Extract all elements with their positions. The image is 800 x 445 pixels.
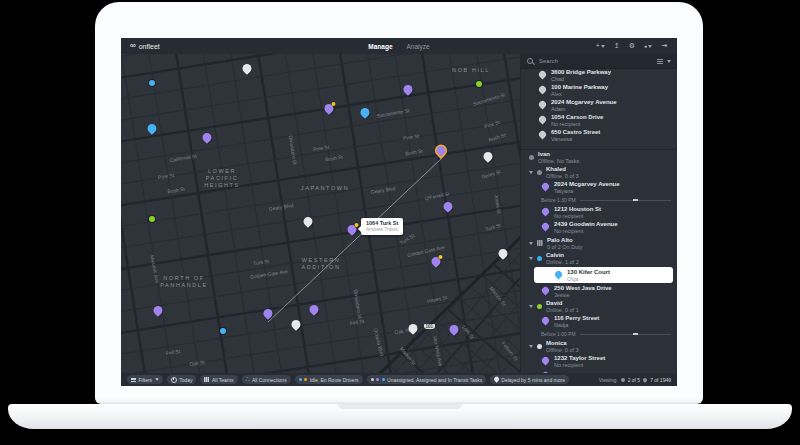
row-subtitle: No recipient	[554, 228, 618, 234]
map-pin-white[interactable]	[497, 249, 510, 262]
task-row[interactable]: 116 Perry StreetNadja	[521, 314, 677, 329]
expand-caret-icon[interactable]	[529, 242, 533, 245]
map-pin-purple[interactable]	[442, 202, 455, 215]
expand-caret-icon[interactable]	[529, 171, 533, 174]
chevron-down-icon[interactable]	[667, 60, 671, 63]
row-title: 2024 Mcgarvey Avenue	[554, 181, 620, 188]
row-subtitle: Offline, 0 of 3	[546, 347, 579, 353]
task-row[interactable]: 3600 Bridge ParkwayChad	[521, 68, 677, 83]
driver-row[interactable]: CalvinOnline, 1 of 2	[521, 251, 677, 266]
share-icon: ∴	[246, 377, 250, 382]
legend-dot	[382, 378, 385, 381]
map-pin-purple[interactable]	[402, 85, 415, 98]
pin-shape	[448, 323, 461, 336]
driver-row[interactable]: DavidOnline, 0 of 1	[521, 299, 677, 314]
time-divider-label: Before 1:00 PM	[541, 331, 576, 337]
task-pin-icon	[538, 85, 548, 95]
task-row[interactable]: 1232 Taylor StreetNo recipient	[521, 354, 677, 369]
driver-status-dot	[537, 344, 542, 349]
task-pin-icon	[554, 269, 564, 279]
map-dot-blue[interactable]	[149, 80, 155, 86]
task-row[interactable]: 2024 Mcgarvey AvenueTatyana	[521, 180, 677, 195]
filters-chip[interactable]: Filters	[127, 375, 163, 384]
map[interactable]: 101 1064 Turk St Andrew Travis NOB HILLL…	[121, 54, 520, 373]
time-divider-label: Before 1:30 PM	[541, 197, 576, 203]
row-text: 2024 Mcgarvey AvenueAdam	[551, 99, 617, 112]
pin-shape	[152, 304, 165, 317]
driver-row[interactable]: IvanOffline, No Tasks	[521, 150, 677, 165]
row-title: 2024 Mcgarvey Avenue	[551, 99, 617, 106]
expand-caret-icon[interactable]	[529, 305, 533, 308]
row-title: 650 Castro Street	[551, 129, 600, 136]
row-subtitle: 0 of 2 On Duty	[547, 244, 582, 250]
driver-row[interactable]: MonicaOffline, 0 of 3	[521, 339, 677, 354]
row-subtitle: Alex	[551, 91, 608, 97]
connections-filter-chip[interactable]: ∴All Connections	[242, 375, 291, 384]
task-row[interactable]: 650 Castro StreetVanessa	[521, 128, 677, 143]
pin-badge	[332, 102, 336, 106]
date-filter-chip[interactable]: Today	[167, 375, 197, 384]
driver-status-legend-chip[interactable]: Idle, En Route Drivers	[295, 375, 363, 384]
map-pin-purple[interactable]	[308, 305, 321, 318]
search-input[interactable]	[537, 57, 653, 65]
row-subtitle: Offline, No Tasks	[538, 158, 579, 164]
filter-chips: FiltersTodayAll Teams∴All ConnectionsIdl…	[127, 375, 569, 384]
map-pin-purple[interactable]	[435, 146, 448, 159]
task-row[interactable]: 2024 Mcgarvey AvenueAdam	[521, 98, 677, 113]
map-pin-blue[interactable]	[359, 108, 372, 121]
list-view-icon[interactable]	[657, 59, 663, 64]
map-pin-white[interactable]	[482, 152, 495, 165]
row-text: MonicaOffline, 0 of 3	[546, 340, 579, 353]
task-pin-icon	[541, 286, 551, 296]
task-row[interactable]: 1054 Carson DriveNo recipient	[521, 113, 677, 128]
driver-status-dot	[537, 170, 542, 175]
task-row[interactable]: 100 Marine ParkwayAlex	[521, 83, 677, 98]
list-section-divider	[521, 143, 677, 150]
expand-caret-icon[interactable]	[529, 257, 533, 260]
task-status-legend-chip[interactable]: Unassigned, Assigned and In Transit Task…	[367, 375, 487, 384]
legend-dot	[304, 378, 307, 381]
task-row[interactable]: 130 Kifer CourtOlga	[534, 267, 673, 283]
pin-shape	[201, 131, 214, 144]
map-pin-blue[interactable]	[146, 124, 159, 137]
map-pin-white[interactable]	[241, 64, 254, 77]
tab-analyze[interactable]: Analyze	[407, 43, 430, 50]
map-dot-green[interactable]	[476, 81, 482, 87]
row-subtitle: Offline, 0 of 3	[546, 173, 579, 179]
pin-icon	[493, 376, 499, 382]
task-row[interactable]: 1212 Houston StNo recipient	[521, 205, 677, 220]
map-pin-purple[interactable]	[262, 309, 275, 322]
tab-manage[interactable]: Manage	[368, 43, 392, 50]
map-tooltip: 1064 Turk St Andrew Travis	[361, 218, 403, 235]
task-row[interactable]: 250 West Java DriveJessie	[521, 284, 677, 299]
map-pin-purple[interactable]	[346, 225, 359, 238]
map-pin-white[interactable]	[407, 324, 420, 337]
chip-label: All Teams	[212, 377, 234, 383]
row-text: DavidOnline, 0 of 1	[546, 300, 579, 313]
map-pin-purple[interactable]	[430, 257, 443, 270]
map-pin-purple[interactable]	[201, 133, 214, 146]
neighborhood-label: NORTH OF PANHANDLE	[160, 275, 208, 289]
task-row[interactable]: 2439 Goodwin AvenueNo recipient	[521, 220, 677, 235]
map-pin-purple[interactable]	[152, 306, 165, 319]
map-dot-green[interactable]	[149, 216, 155, 222]
map-pin-white[interactable]	[290, 320, 303, 333]
team-row[interactable]: Palo Alto0 of 2 On Duty	[521, 235, 677, 251]
expand-caret-icon[interactable]	[529, 345, 533, 348]
laptop-base	[8, 404, 792, 429]
teams-filter-chip[interactable]: All Teams	[200, 375, 237, 384]
delayed-filter-chip[interactable]: Delayed by 5 mins and more	[490, 375, 569, 384]
row-subtitle: No recipient	[554, 362, 605, 368]
highway-101-badge: 101	[424, 324, 435, 329]
map-dot-blue[interactable]	[220, 328, 226, 334]
drivers-viewing-count: 2 of 5	[628, 377, 641, 383]
map-pin-purple[interactable]	[448, 325, 461, 338]
driver-row[interactable]: KhaledOffline, 0 of 3	[521, 165, 677, 180]
map-pin-white[interactable]	[302, 217, 315, 230]
driver-status-dot	[537, 256, 542, 261]
row-title: 1212 Houston St	[554, 206, 601, 213]
row-text: 1212 Houston StNo recipient	[554, 206, 601, 219]
map-pin-purple[interactable]	[323, 104, 336, 117]
pin-shape	[435, 144, 448, 157]
legend-dot	[299, 378, 302, 381]
